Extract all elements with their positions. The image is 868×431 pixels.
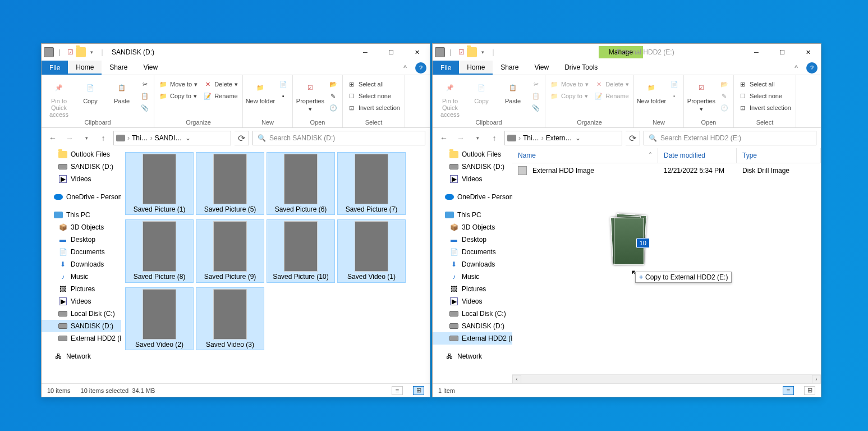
pin-to-quick-access-button[interactable]: 📌Pin to Quick access — [44, 76, 74, 118]
open-button[interactable]: 📂 — [718, 79, 731, 90]
move-to-button[interactable]: 📁Move to ▾ — [157, 79, 200, 90]
delete-button[interactable]: ✕Delete ▾ — [592, 79, 631, 90]
back-button[interactable]: ← — [46, 131, 59, 145]
copy-to-button[interactable]: 📁Copy to ▾ — [548, 90, 591, 102]
file-thumbnail[interactable]: Saved Picture (6) — [267, 153, 334, 214]
refresh-button[interactable]: ⟳ — [235, 131, 249, 145]
file-row[interactable]: External HDD Image 12/21/2022 5:34 PM Di… — [512, 163, 821, 178]
cut-button[interactable]: ✂ — [529, 79, 543, 90]
details-view-button[interactable]: ≡ — [392, 386, 403, 395]
qat-dropdown-icon[interactable]: ▾ — [86, 47, 97, 57]
paste-shortcut-button[interactable]: 📎 — [138, 102, 151, 113]
invert-selection-button[interactable]: ⊡Invert selection — [345, 102, 402, 113]
file-thumbnail[interactable]: Saved Picture (1) — [126, 153, 193, 214]
invert-selection-button[interactable]: ⊡Invert selection — [736, 102, 793, 113]
ribbon-collapse-icon[interactable]: ^ — [789, 61, 803, 75]
file-thumbnail[interactable]: Saved Picture (7) — [338, 153, 405, 214]
refresh-button[interactable]: ⟳ — [626, 131, 640, 145]
nav-external[interactable]: External HDD2 (E — [433, 332, 512, 345]
file-thumbnail[interactable]: Saved Video (2) — [126, 288, 193, 350]
home-tab[interactable]: Home — [459, 61, 493, 75]
select-all-button[interactable]: ⊞Select all — [736, 79, 793, 90]
close-button[interactable]: ✕ — [404, 44, 430, 61]
nav-external[interactable]: External HDD2 (E — [42, 332, 121, 345]
nav-sandisk[interactable]: SANDISK (D:) — [433, 161, 512, 173]
large-icons-view-button[interactable]: ⊞ — [413, 386, 424, 395]
properties-button[interactable]: ☑Properties ▾ — [295, 76, 325, 112]
scroll-right-button[interactable]: › — [812, 375, 821, 384]
nav-videos2[interactable]: ▶Videos — [42, 295, 121, 308]
nav-sandisk2[interactable]: SANDISK (D:) — [433, 320, 512, 332]
help-icon[interactable]: ? — [806, 62, 818, 74]
paste-button[interactable]: 📋Paste — [107, 76, 137, 104]
nav-onedrive[interactable]: OneDrive - Person — [433, 191, 512, 203]
copy-path-button[interactable]: 📋 — [529, 90, 543, 102]
file-thumbnail[interactable]: Saved Video (1) — [338, 220, 405, 282]
breadcrumb[interactable]: › Thi… › Extern… ⌄ — [504, 131, 622, 145]
nav-videos2[interactable]: ▶Videos — [433, 295, 512, 308]
easy-access-button[interactable]: ▪ — [668, 90, 681, 102]
maximize-button[interactable]: ☐ — [378, 44, 404, 61]
recent-dropdown-icon[interactable]: ▾ — [471, 131, 484, 145]
details-view-button[interactable]: ≡ — [783, 386, 794, 395]
scroll-left-button[interactable]: ‹ — [512, 375, 521, 384]
new-folder-button[interactable]: 📁New folder — [636, 76, 667, 104]
col-name[interactable]: Name˄ — [512, 148, 658, 163]
edit-button[interactable]: ✎ — [718, 90, 731, 102]
nav-sandisk[interactable]: SANDISK (D:) — [42, 161, 121, 173]
nav-network[interactable]: 🖧Network — [433, 350, 512, 363]
maximize-button[interactable]: ☐ — [769, 44, 795, 61]
properties-button[interactable]: ☑Properties ▾ — [686, 76, 717, 112]
content-area[interactable]: Name˄ Date modified Type External HDD Im… — [512, 148, 821, 383]
pin-to-quick-access-button[interactable]: 📌Pin to Quick access — [435, 76, 465, 118]
forward-button[interactable]: → — [63, 131, 76, 145]
nav-thispc[interactable]: This PC — [433, 209, 512, 221]
nav-videos[interactable]: ▶Videos — [433, 173, 512, 185]
view-tab[interactable]: View — [135, 61, 166, 75]
nav-videos[interactable]: ▶Videos — [42, 173, 121, 185]
rename-button[interactable]: 📝Rename — [592, 90, 631, 102]
nav-3dobjects[interactable]: 📦3D Objects — [42, 221, 121, 233]
select-none-button[interactable]: ☐Select none — [345, 90, 402, 102]
new-folder-button[interactable]: 📁New folder — [245, 76, 275, 104]
qat-properties-icon[interactable]: ☑ — [456, 47, 466, 57]
nav-pictures[interactable]: 🖼Pictures — [42, 283, 121, 295]
delete-button[interactable]: ✕Delete ▾ — [201, 79, 240, 90]
search-input[interactable]: 🔍 Search External HDD2 (E:) — [644, 131, 816, 145]
nav-desktop[interactable]: ▬Desktop — [42, 233, 121, 246]
copy-path-button[interactable]: 📋 — [138, 90, 151, 102]
history-button[interactable]: 🕘 — [718, 102, 731, 113]
nav-music[interactable]: ♪Music — [42, 270, 121, 283]
file-thumbnail[interactable]: Saved Picture (10) — [267, 220, 334, 282]
titlebar[interactable]: | ☑ ▾ | SANDISK (D:) ─ ☐ ✕ — [42, 44, 430, 61]
nav-3dobjects[interactable]: 📦3D Objects — [433, 221, 512, 233]
nav-downloads[interactable]: ⬇Downloads — [433, 258, 512, 270]
nav-pictures[interactable]: 🖼Pictures — [433, 283, 512, 295]
paste-shortcut-button[interactable]: 📎 — [529, 102, 543, 113]
col-date[interactable]: Date modified — [658, 148, 737, 163]
qat-properties-icon[interactable]: ☑ — [65, 47, 75, 57]
back-button[interactable]: ← — [437, 131, 451, 145]
easy-access-button[interactable]: ▪ — [277, 90, 290, 102]
copy-to-button[interactable]: 📁Copy to ▾ — [157, 90, 200, 102]
copy-button[interactable]: 📄Copy — [466, 76, 497, 104]
nav-documents[interactable]: 📄Documents — [433, 246, 512, 258]
column-headers[interactable]: Name˄ Date modified Type — [512, 148, 821, 163]
new-item-button[interactable]: 📄 — [668, 79, 681, 90]
select-none-button[interactable]: ☐Select none — [736, 90, 793, 102]
horizontal-scrollbar[interactable]: ‹ › — [512, 374, 821, 383]
close-button[interactable]: ✕ — [795, 44, 821, 61]
crumb-dd-icon[interactable]: ⌄ — [183, 134, 193, 142]
home-tab[interactable]: Home — [68, 61, 102, 75]
file-tab[interactable]: File — [433, 61, 459, 75]
history-button[interactable]: 🕘 — [327, 102, 340, 113]
nav-pane[interactable]: Outlook Files SANDISK (D:) ▶Videos OneDr… — [433, 148, 512, 383]
crumb-dd-icon[interactable]: ⌄ — [573, 134, 583, 142]
share-tab[interactable]: Share — [102, 61, 135, 75]
content-area[interactable]: Saved Picture (1)Saved Picture (5)Saved … — [121, 148, 430, 383]
titlebar[interactable]: | ☑ ▾ | Manage External HDD2 (E:) ─ ☐ ✕ — [433, 44, 821, 61]
nav-documents[interactable]: 📄Documents — [42, 246, 121, 258]
file-thumbnail[interactable]: Saved Picture (5) — [196, 153, 264, 214]
nav-onedrive[interactable]: OneDrive - Person — [42, 191, 121, 203]
nav-music[interactable]: ♪Music — [433, 270, 512, 283]
